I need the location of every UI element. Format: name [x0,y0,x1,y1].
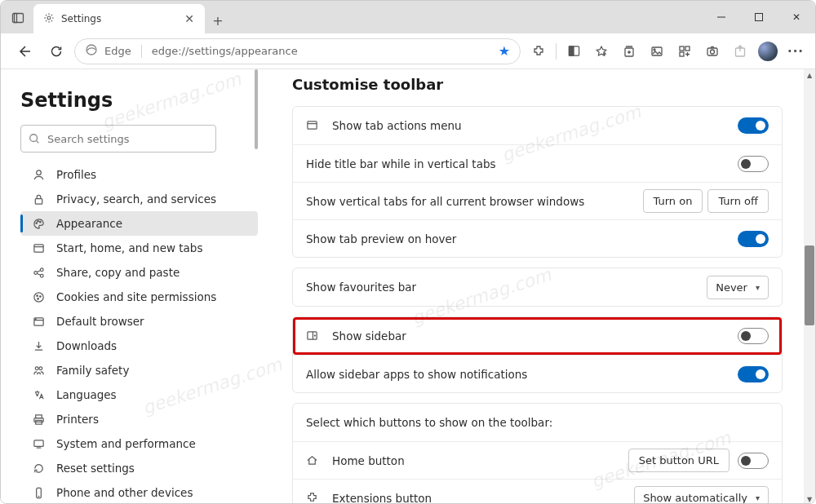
row-label: Show tab actions menu [332,119,462,132]
sidebar-item-default[interactable]: Default browser [20,309,258,334]
close-tab-button[interactable]: ✕ [180,10,198,28]
svg-point-2 [47,16,51,20]
toolbar-icon-1[interactable] [644,38,670,64]
search-icon [29,133,40,144]
new-tab-button[interactable]: + [205,7,231,33]
lock-icon [32,192,45,206]
tab-actions-button[interactable] [2,2,33,33]
sidebar-item-label: Family safety [56,364,129,377]
sidebar-item-phone[interactable]: Phone and other devices [20,480,258,504]
refresh-button[interactable] [43,38,69,64]
svg-point-38 [36,294,38,296]
sidebar-item-system[interactable]: System and performance [20,431,258,456]
favorite-star-icon[interactable]: ★ [499,43,510,59]
svg-point-45 [38,366,42,369]
svg-rect-30 [33,244,42,251]
sidebar-item-start[interactable]: Start, home, and new tabs [20,236,258,260]
minimize-button[interactable] [703,1,740,33]
sidebar-item-label: Phone and other devices [56,486,193,499]
toggle-show-tab-actions[interactable] [738,117,769,134]
turn-on-button[interactable]: Turn on [643,189,703,213]
sidebar-item-reset[interactable]: Reset settings [20,456,258,480]
svg-point-28 [37,220,38,222]
main-scrollbar[interactable]: ▲ ▼ [804,69,815,504]
row-select-buttons: Select which buttons to show on the tool… [293,404,782,441]
collections-icon[interactable] [616,38,642,64]
row-label: Show sidebar [332,329,406,343]
row-extensions-button: Extensions button Show automatically▾ [293,479,782,504]
turn-off-button[interactable]: Turn off [707,189,769,213]
sidebar-item-cookies[interactable]: Cookies and site permissions [20,285,258,309]
profile-avatar[interactable] [755,38,781,64]
sidebar-item-label: Appearance [56,217,122,230]
phone-icon [32,486,45,499]
more-menu-button[interactable]: ··· [783,38,809,64]
toggle-tab-preview[interactable] [738,231,769,247]
sidebar-item-label: Privacy, search, and services [56,192,216,206]
share-icon[interactable] [727,38,753,64]
edge-logo-icon [85,43,98,59]
screenshot-icon[interactable] [699,38,725,64]
scrollbar-thumb[interactable] [805,245,814,325]
sidebar-item-languages[interactable]: Languages [20,382,258,407]
svg-rect-4 [756,14,763,21]
scroll-down-arrow[interactable]: ▼ [804,493,815,504]
address-bar[interactable]: Edge edge://settings/appearance ★ [74,38,521,64]
sidebar-item-printers[interactable]: Printers [20,407,258,431]
sidebar-item-label: Languages [56,388,117,401]
close-window-button[interactable]: ✕ [778,1,815,33]
svg-point-23 [30,135,38,142]
set-button-url-button[interactable]: Set button URL [628,449,730,472]
maximize-button[interactable] [740,1,778,33]
svg-rect-1 [15,14,17,23]
extensions-button-select[interactable]: Show automatically▾ [634,486,769,504]
row-show-vertical-tabs: Show vertical tabs for all current brows… [293,182,782,219]
back-button[interactable] [12,38,38,64]
family-icon [32,364,45,377]
row-label: Home button [332,454,405,467]
row-label: Show vertical tabs for all current brows… [306,195,584,208]
toggle-show-sidebar[interactable] [738,328,769,344]
gear-icon [43,12,55,26]
sidebar-item-profiles[interactable]: Profiles [20,162,258,187]
scroll-up-arrow[interactable]: ▲ [804,69,815,81]
search-input[interactable] [20,125,216,153]
sidebar-item-label: Profiles [56,168,96,181]
row-label: Select which buttons to show on the tool… [306,416,552,429]
cookie-icon [32,290,45,303]
svg-rect-15 [680,46,684,51]
toggle-home-button[interactable] [738,453,769,469]
browser-tab[interactable]: Settings ✕ [33,4,205,33]
sidebar-item-share[interactable]: Share, copy and paste [20,260,258,285]
extensions-icon[interactable] [526,38,552,64]
svg-line-35 [37,270,40,272]
sidebar-item-family[interactable]: Family safety [20,358,258,382]
chevron-down-icon: ▾ [756,493,760,502]
svg-point-32 [33,271,37,274]
row-hide-title-bar: Hide title bar while in vertical tabs [293,144,782,182]
toggle-hide-title-bar[interactable] [738,156,769,172]
favourites-bar-select[interactable]: Never▾ [707,276,769,299]
toolbar-icon-2[interactable] [672,38,698,64]
chevron-down-icon: ▾ [756,283,760,292]
section-heading: Customise toolbar [292,76,783,93]
sidebar-item-downloads[interactable]: Downloads [20,334,258,358]
sidebar-panel-icon[interactable] [561,38,587,64]
svg-rect-7 [569,46,574,55]
svg-rect-13 [652,47,662,55]
sidebar-icon [306,329,319,343]
sidebar-item-label: Printers [56,413,99,426]
download-icon [32,339,45,352]
svg-rect-54 [308,122,317,129]
sidebar-item-appearance[interactable]: Appearance [20,211,258,236]
browser-icon [32,315,45,328]
favorites-icon[interactable] [588,38,614,64]
toggle-allow-sidebar-notif[interactable] [738,366,769,382]
sidebar-item-privacy[interactable]: Privacy, search, and services [20,187,258,211]
svg-point-40 [37,298,38,299]
sidebar-item-label: Default browser [56,315,144,328]
home-icon [306,454,319,467]
appearance-icon [32,217,45,230]
printer-icon [32,413,45,426]
svg-rect-20 [707,48,717,55]
